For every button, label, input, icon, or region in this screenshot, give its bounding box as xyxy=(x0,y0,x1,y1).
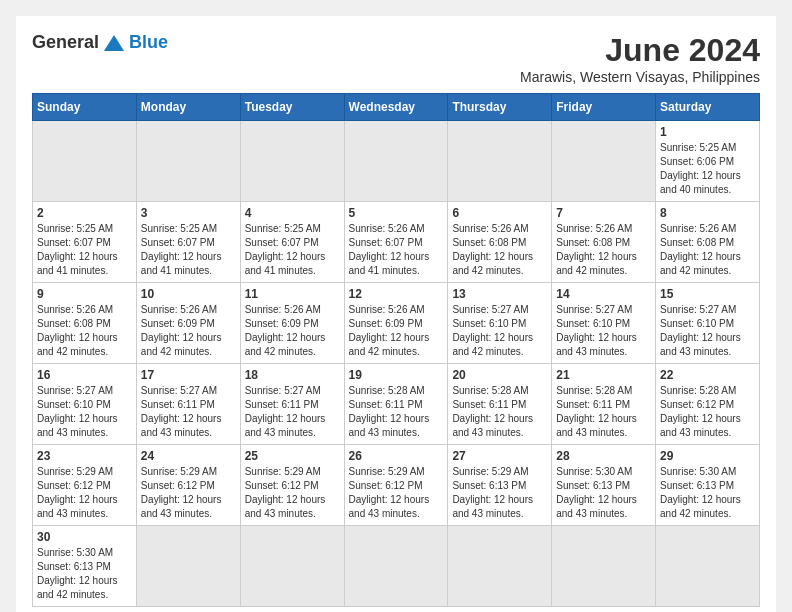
day-number: 25 xyxy=(245,449,340,463)
day-number: 17 xyxy=(141,368,236,382)
day-number: 16 xyxy=(37,368,132,382)
calendar-page: General Blue June 2024 Marawis, Western … xyxy=(16,16,776,612)
logo: General Blue xyxy=(32,32,168,53)
day-number: 11 xyxy=(245,287,340,301)
logo-text: General xyxy=(32,32,99,53)
day-number: 27 xyxy=(452,449,547,463)
day-info: Sunrise: 5:29 AM Sunset: 6:12 PM Dayligh… xyxy=(349,465,444,521)
calendar-cell: 29Sunrise: 5:30 AM Sunset: 6:13 PM Dayli… xyxy=(656,445,760,526)
day-number: 13 xyxy=(452,287,547,301)
calendar-cell xyxy=(344,526,448,607)
calendar-cell: 15Sunrise: 5:27 AM Sunset: 6:10 PM Dayli… xyxy=(656,283,760,364)
day-info: Sunrise: 5:25 AM Sunset: 6:07 PM Dayligh… xyxy=(141,222,236,278)
day-info: Sunrise: 5:29 AM Sunset: 6:13 PM Dayligh… xyxy=(452,465,547,521)
day-number: 30 xyxy=(37,530,132,544)
calendar-cell: 10Sunrise: 5:26 AM Sunset: 6:09 PM Dayli… xyxy=(136,283,240,364)
day-number: 15 xyxy=(660,287,755,301)
day-number: 12 xyxy=(349,287,444,301)
calendar-header-row: Sunday Monday Tuesday Wednesday Thursday… xyxy=(33,94,760,121)
calendar-cell: 21Sunrise: 5:28 AM Sunset: 6:11 PM Dayli… xyxy=(552,364,656,445)
calendar-week-row: 1Sunrise: 5:25 AM Sunset: 6:06 PM Daylig… xyxy=(33,121,760,202)
calendar-cell xyxy=(240,526,344,607)
calendar-cell: 23Sunrise: 5:29 AM Sunset: 6:12 PM Dayli… xyxy=(33,445,137,526)
calendar-cell xyxy=(552,121,656,202)
col-saturday: Saturday xyxy=(656,94,760,121)
day-info: Sunrise: 5:28 AM Sunset: 6:11 PM Dayligh… xyxy=(349,384,444,440)
day-info: Sunrise: 5:26 AM Sunset: 6:09 PM Dayligh… xyxy=(141,303,236,359)
title-block: June 2024 Marawis, Western Visayas, Phil… xyxy=(520,32,760,85)
day-info: Sunrise: 5:25 AM Sunset: 6:07 PM Dayligh… xyxy=(37,222,132,278)
day-number: 22 xyxy=(660,368,755,382)
calendar-cell: 30Sunrise: 5:30 AM Sunset: 6:13 PM Dayli… xyxy=(33,526,137,607)
calendar-week-row: 23Sunrise: 5:29 AM Sunset: 6:12 PM Dayli… xyxy=(33,445,760,526)
day-number: 29 xyxy=(660,449,755,463)
calendar-cell: 20Sunrise: 5:28 AM Sunset: 6:11 PM Dayli… xyxy=(448,364,552,445)
col-friday: Friday xyxy=(552,94,656,121)
calendar-cell xyxy=(136,526,240,607)
day-info: Sunrise: 5:30 AM Sunset: 6:13 PM Dayligh… xyxy=(556,465,651,521)
day-info: Sunrise: 5:25 AM Sunset: 6:07 PM Dayligh… xyxy=(245,222,340,278)
day-info: Sunrise: 5:25 AM Sunset: 6:06 PM Dayligh… xyxy=(660,141,755,197)
calendar-cell: 24Sunrise: 5:29 AM Sunset: 6:12 PM Dayli… xyxy=(136,445,240,526)
calendar-cell: 12Sunrise: 5:26 AM Sunset: 6:09 PM Dayli… xyxy=(344,283,448,364)
calendar-cell: 4Sunrise: 5:25 AM Sunset: 6:07 PM Daylig… xyxy=(240,202,344,283)
calendar-cell xyxy=(656,526,760,607)
day-number: 23 xyxy=(37,449,132,463)
col-monday: Monday xyxy=(136,94,240,121)
calendar-cell: 13Sunrise: 5:27 AM Sunset: 6:10 PM Dayli… xyxy=(448,283,552,364)
calendar-week-row: 16Sunrise: 5:27 AM Sunset: 6:10 PM Dayli… xyxy=(33,364,760,445)
day-number: 5 xyxy=(349,206,444,220)
calendar-week-row: 9Sunrise: 5:26 AM Sunset: 6:08 PM Daylig… xyxy=(33,283,760,364)
day-info: Sunrise: 5:27 AM Sunset: 6:10 PM Dayligh… xyxy=(37,384,132,440)
day-number: 10 xyxy=(141,287,236,301)
day-number: 6 xyxy=(452,206,547,220)
day-info: Sunrise: 5:26 AM Sunset: 6:08 PM Dayligh… xyxy=(660,222,755,278)
day-info: Sunrise: 5:29 AM Sunset: 6:12 PM Dayligh… xyxy=(37,465,132,521)
calendar-cell xyxy=(33,121,137,202)
calendar-cell: 14Sunrise: 5:27 AM Sunset: 6:10 PM Dayli… xyxy=(552,283,656,364)
day-info: Sunrise: 5:26 AM Sunset: 6:08 PM Dayligh… xyxy=(37,303,132,359)
day-info: Sunrise: 5:28 AM Sunset: 6:11 PM Dayligh… xyxy=(452,384,547,440)
day-number: 7 xyxy=(556,206,651,220)
day-info: Sunrise: 5:27 AM Sunset: 6:10 PM Dayligh… xyxy=(556,303,651,359)
calendar-cell: 19Sunrise: 5:28 AM Sunset: 6:11 PM Dayli… xyxy=(344,364,448,445)
day-info: Sunrise: 5:28 AM Sunset: 6:12 PM Dayligh… xyxy=(660,384,755,440)
calendar-cell: 7Sunrise: 5:26 AM Sunset: 6:08 PM Daylig… xyxy=(552,202,656,283)
day-number: 19 xyxy=(349,368,444,382)
day-number: 9 xyxy=(37,287,132,301)
day-info: Sunrise: 5:26 AM Sunset: 6:08 PM Dayligh… xyxy=(452,222,547,278)
day-number: 8 xyxy=(660,206,755,220)
day-info: Sunrise: 5:26 AM Sunset: 6:08 PM Dayligh… xyxy=(556,222,651,278)
day-number: 20 xyxy=(452,368,547,382)
calendar-cell: 18Sunrise: 5:27 AM Sunset: 6:11 PM Dayli… xyxy=(240,364,344,445)
calendar-cell: 25Sunrise: 5:29 AM Sunset: 6:12 PM Dayli… xyxy=(240,445,344,526)
col-tuesday: Tuesday xyxy=(240,94,344,121)
calendar-cell xyxy=(240,121,344,202)
day-number: 28 xyxy=(556,449,651,463)
day-number: 18 xyxy=(245,368,340,382)
calendar-table: Sunday Monday Tuesday Wednesday Thursday… xyxy=(32,93,760,607)
day-info: Sunrise: 5:29 AM Sunset: 6:12 PM Dayligh… xyxy=(141,465,236,521)
calendar-cell: 28Sunrise: 5:30 AM Sunset: 6:13 PM Dayli… xyxy=(552,445,656,526)
calendar-cell: 11Sunrise: 5:26 AM Sunset: 6:09 PM Dayli… xyxy=(240,283,344,364)
calendar-cell: 8Sunrise: 5:26 AM Sunset: 6:08 PM Daylig… xyxy=(656,202,760,283)
calendar-week-row: 30Sunrise: 5:30 AM Sunset: 6:13 PM Dayli… xyxy=(33,526,760,607)
calendar-cell: 27Sunrise: 5:29 AM Sunset: 6:13 PM Dayli… xyxy=(448,445,552,526)
day-number: 24 xyxy=(141,449,236,463)
day-number: 2 xyxy=(37,206,132,220)
day-info: Sunrise: 5:26 AM Sunset: 6:09 PM Dayligh… xyxy=(245,303,340,359)
day-number: 21 xyxy=(556,368,651,382)
day-info: Sunrise: 5:27 AM Sunset: 6:10 PM Dayligh… xyxy=(660,303,755,359)
month-title: June 2024 xyxy=(520,32,760,69)
calendar-cell: 26Sunrise: 5:29 AM Sunset: 6:12 PM Dayli… xyxy=(344,445,448,526)
page-header: General Blue June 2024 Marawis, Western … xyxy=(32,32,760,85)
col-thursday: Thursday xyxy=(448,94,552,121)
calendar-cell: 22Sunrise: 5:28 AM Sunset: 6:12 PM Dayli… xyxy=(656,364,760,445)
calendar-cell: 6Sunrise: 5:26 AM Sunset: 6:08 PM Daylig… xyxy=(448,202,552,283)
location: Marawis, Western Visayas, Philippines xyxy=(520,69,760,85)
day-info: Sunrise: 5:27 AM Sunset: 6:10 PM Dayligh… xyxy=(452,303,547,359)
calendar-cell xyxy=(448,121,552,202)
calendar-cell: 9Sunrise: 5:26 AM Sunset: 6:08 PM Daylig… xyxy=(33,283,137,364)
logo-blue-text: Blue xyxy=(129,32,168,53)
calendar-week-row: 2Sunrise: 5:25 AM Sunset: 6:07 PM Daylig… xyxy=(33,202,760,283)
